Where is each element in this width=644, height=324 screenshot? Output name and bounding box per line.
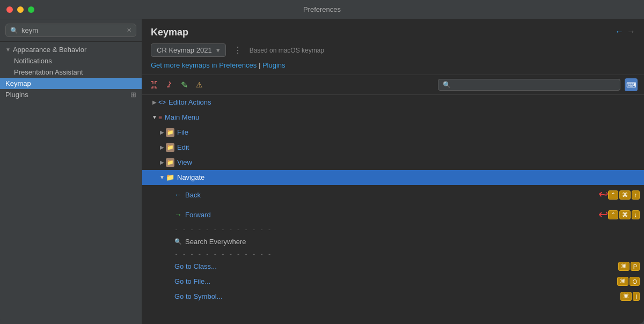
get-keymaps-plugins-link[interactable]: Plugins bbox=[262, 61, 286, 69]
shortcut-badge: ⌘ bbox=[618, 262, 630, 271]
get-keymaps-link: Get more keymaps in Preferences | Plugin… bbox=[151, 61, 615, 69]
content-area: Keymap CR Keymap 2021 ▾ ⋮ Based on macOS… bbox=[142, 19, 644, 324]
minimize-button[interactable] bbox=[17, 6, 24, 13]
tree-item-label: View bbox=[177, 158, 640, 166]
red-arrow-back: ↩ bbox=[597, 187, 609, 203]
keymap-tree: ▶ <> Editor Actions ▼ ≡ Main Menu ▶ 📁 Fi… bbox=[142, 95, 644, 324]
keymap-based-on-label: Based on macOS keymap bbox=[250, 47, 324, 54]
folder-icon: 📁 bbox=[166, 143, 174, 152]
search-icon: 🔍 bbox=[10, 27, 18, 34]
folder-icon: 📁 bbox=[166, 128, 174, 137]
sidebar-item-appearance[interactable]: ▼ Appearance & Behavior bbox=[0, 44, 142, 55]
keymap-selector[interactable]: CR Keymap 2021 ▾ bbox=[151, 43, 226, 57]
chevron-down-icon: ▼ bbox=[5, 47, 11, 53]
chevron-down-icon[interactable]: ▼ bbox=[151, 114, 158, 120]
tree-row-go-to-class[interactable]: Go to Class... ⌘ P bbox=[142, 259, 644, 274]
sidebar-tree: ▼ Appearance & Behavior Notifications Pr… bbox=[0, 42, 142, 324]
shortcut-badges: ⌘ I bbox=[620, 292, 640, 301]
window-controls bbox=[6, 6, 34, 13]
nav-arrows: ← → bbox=[615, 27, 635, 36]
separator-text: | bbox=[259, 61, 262, 69]
tree-item-label: File bbox=[177, 128, 640, 136]
add-icon[interactable]: ⊞ bbox=[130, 91, 136, 99]
search-shortcuts-box[interactable]: 🔍 bbox=[438, 79, 620, 91]
shortcut-badges: ⌘ O bbox=[617, 277, 640, 286]
tree-row[interactable]: ▶ 📁 View bbox=[142, 155, 644, 170]
collapse-icon[interactable] bbox=[164, 79, 174, 90]
folder-icon: 📁 bbox=[166, 158, 174, 167]
edit-icon[interactable]: ✎ bbox=[179, 79, 189, 90]
sidebar-item-label: Plugins bbox=[5, 91, 28, 99]
preferences-window: Preferences 🔍 ✕ ▼ Appearance & Behavior bbox=[0, 0, 644, 324]
sidebar: 🔍 ✕ ▼ Appearance & Behavior Notification… bbox=[0, 19, 142, 324]
shortcut-badges: ⌃ ⌘ ↓ bbox=[608, 210, 640, 219]
sidebar-item-label: Presentation Assistant bbox=[14, 68, 83, 76]
back-arrow-icon: ← bbox=[174, 190, 182, 199]
window-title: Preferences bbox=[303, 5, 341, 13]
tree-row[interactable]: ▶ 📁 File bbox=[142, 125, 644, 140]
separator-row: - - - - - - - - - - - - - bbox=[142, 249, 644, 259]
nav-forward-arrow[interactable]: → bbox=[627, 27, 635, 36]
sidebar-item-plugins[interactable]: Plugins ⊞ bbox=[0, 89, 142, 100]
search-shortcuts-icon: 🔍 bbox=[443, 81, 451, 89]
tree-row-forward[interactable]: → Forward ↩ ⌃ ⌘ ↓ bbox=[142, 205, 644, 225]
tree-row-go-to-file[interactable]: Go to File... ⌘ O bbox=[142, 274, 644, 289]
keymap-controls: CR Keymap 2021 ▾ ⋮ Based on macOS keymap bbox=[151, 43, 615, 57]
chevron-down-icon[interactable]: ▼ bbox=[158, 174, 166, 180]
tree-item-label: Editor Actions bbox=[169, 98, 640, 106]
keyboard-shortcut-button[interactable]: ⌨ bbox=[625, 78, 638, 91]
tree-item-label: Main Menu bbox=[165, 113, 640, 121]
expand-icon[interactable] bbox=[149, 79, 159, 90]
keymap-more-button[interactable]: ⋮ bbox=[231, 44, 244, 56]
search-icon: 🔍 bbox=[174, 238, 182, 245]
tree-item-label: Go to Class... bbox=[174, 262, 618, 270]
sidebar-item-presentation[interactable]: Presentation Assistant bbox=[0, 67, 142, 78]
sidebar-item-notifications[interactable]: Notifications bbox=[0, 55, 142, 67]
red-arrow-forward: ↩ bbox=[598, 208, 608, 222]
content-header: Keymap CR Keymap 2021 ▾ ⋮ Based on macOS… bbox=[142, 19, 644, 75]
tree-row[interactable]: ▶ <> Editor Actions bbox=[142, 95, 644, 110]
search-box[interactable]: 🔍 ✕ bbox=[5, 24, 136, 37]
tree-row-go-to-symbol[interactable]: Go to Symbol... ⌘ I bbox=[142, 289, 644, 304]
main-layout: 🔍 ✕ ▼ Appearance & Behavior Notification… bbox=[0, 19, 644, 324]
tree-row-back[interactable]: ← Back ↩ ⌃ ⌘ ↑ bbox=[142, 185, 644, 205]
search-input[interactable] bbox=[21, 26, 123, 34]
page-title: Keymap bbox=[151, 27, 615, 38]
shortcut-badge: ⌃ bbox=[608, 190, 618, 200]
tree-item-label: Navigate bbox=[177, 173, 640, 181]
shortcut-badge: ↑ bbox=[632, 190, 640, 200]
chevron-right-icon[interactable]: ▶ bbox=[158, 129, 166, 135]
search-shortcuts-input[interactable] bbox=[454, 81, 616, 89]
nav-back-arrow[interactable]: ← bbox=[615, 27, 624, 36]
shortcut-badges: ⌘ P bbox=[618, 262, 640, 271]
separator-row: - - - - - - - - - - - - - bbox=[142, 225, 644, 234]
tree-item-label: Search Everywhere bbox=[185, 238, 640, 246]
folder-icon: 📁 bbox=[166, 173, 174, 181]
warning-icon[interactable]: ⚠ bbox=[194, 79, 204, 90]
close-button[interactable] bbox=[6, 6, 13, 13]
shortcut-badge: ⌘ bbox=[617, 277, 628, 286]
tree-row[interactable]: ▼ ≡ Main Menu bbox=[142, 110, 644, 125]
chevron-right-icon[interactable]: ▶ bbox=[158, 159, 166, 165]
shortcut-badge: ⌘ bbox=[619, 190, 631, 200]
tree-row-search-everywhere[interactable]: 🔍 Search Everywhere bbox=[142, 234, 644, 249]
sidebar-item-label: Keymap bbox=[5, 79, 31, 87]
tree-row[interactable]: ▶ 📁 Edit bbox=[142, 140, 644, 155]
keymap-toolbar: ✎ ⚠ 🔍 ⌨ bbox=[142, 75, 644, 95]
tree-row-navigate[interactable]: ▼ 📁 Navigate bbox=[142, 170, 644, 185]
tree-item-label: Edit bbox=[177, 143, 640, 151]
sidebar-item-label: Appearance & Behavior bbox=[13, 46, 86, 54]
shortcut-badges: ⌃ ⌘ ↑ bbox=[608, 190, 640, 200]
shortcut-badge: ↓ bbox=[632, 210, 640, 219]
shortcut-badge: ⌘ bbox=[620, 292, 632, 301]
clear-search-button[interactable]: ✕ bbox=[127, 27, 131, 34]
menu-icon: ≡ bbox=[158, 114, 162, 121]
chevron-right-icon[interactable]: ▶ bbox=[158, 144, 166, 150]
tree-item-label: Back bbox=[185, 191, 594, 199]
chevron-right-icon[interactable]: ▶ bbox=[151, 99, 158, 105]
sidebar-item-keymap[interactable]: Keymap bbox=[0, 78, 142, 89]
tree-item-label: Forward bbox=[185, 211, 594, 219]
get-keymaps-preferences-link[interactable]: Get more keymaps in Preferences bbox=[151, 61, 257, 69]
maximize-button[interactable] bbox=[28, 6, 34, 13]
titlebar: Preferences bbox=[0, 0, 644, 19]
